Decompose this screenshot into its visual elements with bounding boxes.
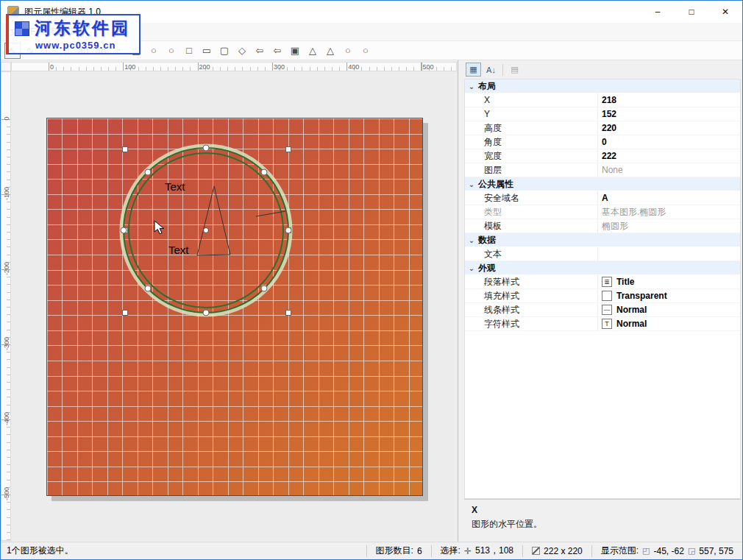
vertical-ruler: 0-100-200-300-400-500 — [1, 71, 11, 541]
property-value[interactable]: 椭圆形 — [597, 219, 740, 233]
ellipse-tool[interactable]: ○ — [163, 43, 179, 59]
circle-tool[interactable]: ○ — [146, 43, 162, 59]
vertex-handle[interactable] — [285, 227, 291, 233]
wide-ellipse-tool[interactable]: ○ — [340, 43, 356, 59]
arrow-left-tool[interactable]: ⇦ — [252, 43, 268, 59]
square-tool[interactable]: □ — [181, 43, 197, 59]
sort-alphabetical-button[interactable]: A↓ — [483, 63, 499, 77]
property-value[interactable]: Transparent — [597, 289, 740, 302]
chevron-down-icon: ⌄ — [465, 82, 478, 91]
categorized-view-button[interactable]: ▦ — [466, 63, 481, 77]
property-name: 宽度 — [465, 150, 597, 163]
image-tool[interactable]: ▣ — [287, 43, 303, 59]
property-value[interactable]: —Normal — [597, 303, 740, 316]
property-value-text: 218 — [602, 95, 616, 105]
main-area: 0100200300400500 0-100-200-300-400-500 T… — [1, 60, 742, 542]
property-name: 文本 — [465, 248, 597, 260]
triangle-shape[interactable] — [197, 186, 230, 255]
property-row[interactable]: 高度220 — [465, 121, 740, 135]
status-selection: 选择: ✛ 513，108 — [431, 545, 522, 557]
vertex-handle[interactable] — [145, 286, 151, 291]
close-button[interactable]: ✕ — [708, 1, 742, 23]
shape-count-label: 图形数目: — [376, 545, 413, 557]
property-pages-button[interactable]: ▤ — [507, 63, 522, 77]
property-value[interactable]: 222 — [597, 149, 740, 163]
paragraph-style-icon: ≣ — [602, 277, 612, 287]
isosceles-triangle-tool[interactable]: △ — [305, 43, 321, 59]
property-name: 角度 — [465, 136, 597, 149]
property-value[interactable]: ≣Title — [597, 275, 740, 288]
vertex-handle[interactable] — [203, 145, 209, 151]
canvas[interactable]: Text Text — [11, 71, 457, 541]
property-row[interactable]: 安全域名A — [465, 191, 740, 205]
property-row[interactable]: 宽度222 — [465, 149, 740, 163]
property-name: 图层 — [465, 164, 597, 177]
description-text: 图形的水平位置。 — [472, 518, 733, 531]
property-row[interactable]: 填充样式Transparent — [465, 289, 740, 303]
status-shape-count: 图形数目: 6 — [366, 545, 431, 557]
view-range-label: 显示范围: — [601, 545, 639, 557]
property-row[interactable]: 图层None — [465, 163, 740, 177]
resize-handle[interactable] — [286, 311, 291, 316]
rounded-rectangle-tool[interactable]: ▢ — [216, 43, 232, 59]
property-value[interactable]: None — [597, 163, 740, 177]
property-value[interactable]: 0 — [597, 135, 740, 149]
property-value[interactable]: 基本图形.椭圆形 — [597, 205, 740, 219]
property-value-text: Transparent — [616, 291, 667, 301]
property-row[interactable]: 字符样式TNormal — [465, 317, 740, 331]
property-toolbar: ▦ A↓ ▤ — [463, 60, 742, 79]
property-row[interactable]: 文本 — [465, 247, 740, 261]
diamond-tool[interactable]: ◇ — [234, 43, 250, 59]
property-value[interactable]: 220 — [597, 121, 740, 135]
property-value[interactable]: A — [597, 191, 740, 205]
property-row[interactable]: 类型基本图形.椭圆形 — [465, 205, 740, 219]
property-category[interactable]: ⌄布局 — [465, 79, 740, 93]
h-ruler-label: 100 — [124, 63, 135, 71]
property-category[interactable]: ⌄外观 — [465, 261, 740, 275]
minimize-button[interactable]: – — [641, 1, 675, 23]
maximize-button[interactable]: □ — [675, 1, 708, 23]
property-value-text: Normal — [616, 319, 647, 329]
property-category[interactable]: ⌄公共属性 — [465, 177, 740, 191]
vertex-handle[interactable] — [145, 169, 151, 175]
property-row[interactable]: X218 — [465, 93, 740, 107]
status-view-range: 显示范围: ◰ -45, -62 ◲ 557, 575 — [591, 545, 742, 557]
resize-handle[interactable] — [123, 311, 128, 316]
property-row[interactable]: 段落样式≣Title — [465, 275, 740, 289]
app-window: 图元属性编辑器 1.0 – □ ✕ 文件(F) 帮助(H) ↖∿Г◠abab◔△… — [0, 0, 743, 560]
property-row[interactable]: 模板椭圆形 — [465, 219, 740, 233]
property-name: 段落样式 — [465, 276, 597, 288]
description-title: X — [472, 505, 733, 515]
arrow-shape-tool[interactable]: ⇦ — [269, 43, 285, 59]
vertex-handle[interactable] — [203, 310, 209, 316]
rectangle-tool[interactable]: ▭ — [199, 43, 215, 59]
property-value[interactable] — [597, 247, 740, 260]
property-grid: ⌄布局X218Y152高度220角度0宽度222图层None⌄公共属性安全域名A… — [464, 79, 741, 499]
property-row[interactable]: Y152 — [465, 107, 740, 121]
property-value[interactable]: TNormal — [597, 317, 740, 330]
oval-tool[interactable]: ○ — [358, 43, 374, 59]
h-ruler-label: 0 — [50, 63, 54, 71]
range-topleft-icon: ◰ — [642, 546, 650, 556]
property-value[interactable]: 152 — [597, 107, 740, 121]
chevron-down-icon: ⌄ — [465, 264, 478, 272]
property-value-text: Title — [616, 277, 634, 287]
right-triangle-tool[interactable]: △ — [322, 43, 338, 59]
selection-coords: 513，108 — [475, 545, 513, 557]
resize-handle[interactable] — [123, 147, 128, 152]
range-bottomright-icon: ◲ — [688, 546, 695, 556]
vertex-handle[interactable] — [261, 169, 267, 175]
vertex-handle[interactable] — [261, 286, 267, 291]
h-ruler-label: 300 — [274, 63, 285, 71]
text-shape-2[interactable]: Text — [168, 244, 189, 256]
text-shape-1[interactable]: Text — [165, 180, 185, 193]
property-row[interactable]: 线条样式—Normal — [465, 303, 740, 317]
resize-handle[interactable] — [286, 147, 291, 152]
canvas-pane: 0100200300400500 0-100-200-300-400-500 T… — [1, 60, 458, 542]
property-value[interactable]: 218 — [597, 93, 740, 107]
property-category[interactable]: ⌄数据 — [465, 233, 740, 247]
property-name: 类型 — [465, 206, 597, 219]
vertex-handle[interactable] — [121, 227, 127, 233]
v-ruler-label: 0 — [3, 110, 10, 127]
property-row[interactable]: 角度0 — [465, 135, 740, 149]
